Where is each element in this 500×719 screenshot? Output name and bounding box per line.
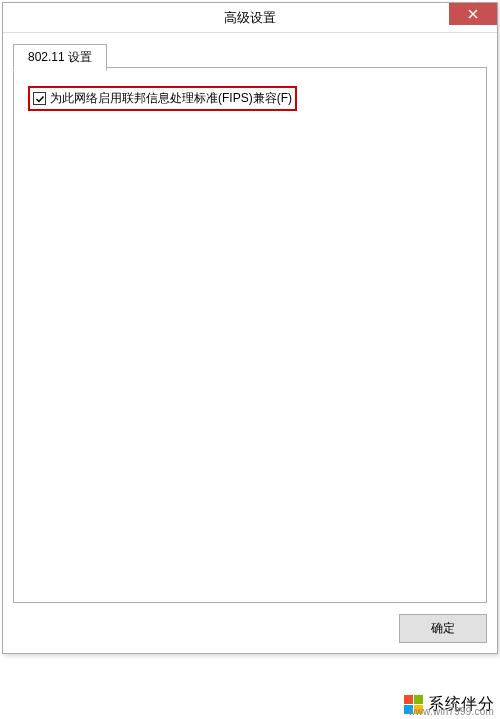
close-button[interactable]: [449, 3, 497, 25]
fips-checkbox-label[interactable]: 为此网络启用联邦信息处理标准(FIPS)兼容(F): [50, 90, 292, 107]
ok-button[interactable]: 确定: [399, 614, 487, 643]
titlebar: 高级设置: [3, 3, 497, 33]
dialog-title: 高级设置: [224, 9, 276, 27]
close-icon: [468, 9, 478, 19]
watermark: 系统伴分 www.win7999.com: [404, 694, 494, 715]
dialog-footer: 确定: [399, 614, 487, 643]
fips-checkbox-row: 为此网络启用联邦信息处理标准(FIPS)兼容(F): [28, 86, 297, 111]
tab-container: 802.11 设置 为此网络启用联邦信息处理标准(FIPS)兼容(F): [13, 43, 487, 603]
tab-80211-settings[interactable]: 802.11 设置: [13, 44, 107, 71]
fips-checkbox[interactable]: [33, 92, 46, 105]
tab-panel: 为此网络启用联邦信息处理标准(FIPS)兼容(F): [13, 67, 487, 603]
advanced-settings-dialog: 高级设置 802.11 设置 为此网络启用联邦信息处理标准(FIPS): [2, 2, 498, 654]
watermark-url: www.win7999.com: [408, 706, 494, 717]
checkmark-icon: [35, 94, 45, 104]
dialog-content: 802.11 设置 为此网络启用联邦信息处理标准(FIPS)兼容(F) 确定: [3, 33, 497, 653]
tab-header: 802.11 设置: [13, 43, 487, 67]
